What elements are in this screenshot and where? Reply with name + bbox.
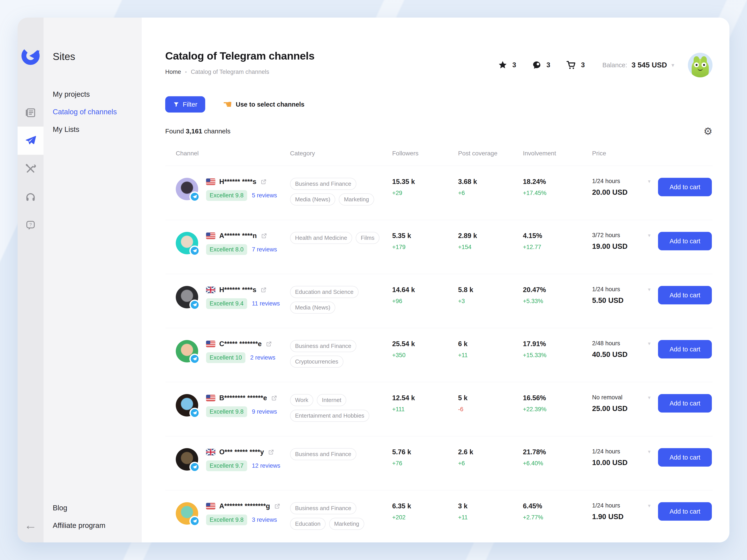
avatar-eye [694, 62, 699, 67]
action-cell: Add to cart [658, 286, 713, 328]
followers-value: 12.54 k [392, 394, 458, 402]
sidebar-item-blog[interactable]: Blog [53, 504, 142, 512]
reviews-link[interactable]: 11 reviews [252, 300, 280, 307]
reviews-link[interactable]: 7 reviews [252, 246, 277, 253]
involvement-value: 21.78% [523, 448, 592, 456]
sidebar-item-tools[interactable] [18, 155, 44, 183]
channel-name[interactable]: A******* ********g [219, 502, 270, 510]
channel-name[interactable]: C***** *******e [219, 340, 262, 348]
app-window: ? ← Sites My projects Catalog of channel… [18, 18, 729, 542]
filter-button[interactable]: Filter [165, 96, 205, 112]
external-link-icon[interactable] [274, 503, 281, 509]
found-channels-text: Found 3,161 channels [165, 127, 230, 135]
main-content: Catalog of Telegram channels Home • Cata… [142, 18, 729, 542]
user-avatar[interactable] [688, 53, 713, 77]
add-to-cart-button[interactable]: Add to cart [658, 286, 712, 304]
channel-name[interactable]: A****** ****n [219, 232, 257, 240]
price-value: 5.50 USD [592, 296, 650, 305]
rating-badge: Excellent 8.0 [206, 244, 247, 255]
reviews-link[interactable]: 2 reviews [250, 354, 275, 361]
channel-avatar[interactable] [176, 448, 198, 470]
price-term-dropdown[interactable]: No removal ▾ [592, 394, 650, 401]
channel-avatar[interactable] [176, 232, 198, 254]
messages-counter[interactable]: 3 [532, 60, 550, 70]
gear-icon[interactable]: ⚙ [703, 126, 713, 136]
app-logo[interactable] [21, 46, 41, 66]
price-term-label: 3/72 hours [592, 232, 620, 239]
involvement-value: 18.24% [523, 178, 592, 186]
price-term-dropdown[interactable]: 2/48 hours ▾ [592, 340, 650, 347]
price-cell: 1/24 hours ▾ 10.00 USD [592, 448, 658, 490]
cart-counter[interactable]: 3 [566, 60, 585, 70]
external-link-icon[interactable] [261, 232, 267, 239]
add-to-cart-button[interactable]: Add to cart [658, 394, 712, 412]
channel-name[interactable]: B******** ******e [219, 394, 267, 402]
sidebar-item-catalog-of-channels[interactable]: Catalog of channels [53, 108, 142, 116]
action-cell: Add to cart [658, 448, 713, 490]
followers-value: 6.35 k [392, 502, 458, 510]
price-term-dropdown[interactable]: 1/24 hours ▾ [592, 178, 650, 185]
column-header-involvement: Involvement [523, 150, 592, 157]
external-link-icon[interactable] [266, 341, 272, 347]
rail-menu: ? [18, 99, 44, 239]
price-term-dropdown[interactable]: 3/72 hours ▾ [592, 232, 650, 239]
balance-label: Balance: [602, 61, 627, 69]
price-value: 19.00 USD [592, 242, 650, 251]
avatar-ear [694, 56, 699, 63]
sidebar-item-help[interactable]: ? [18, 211, 44, 239]
add-to-cart-button[interactable]: Add to cart [658, 232, 712, 250]
favorites-counter[interactable]: 3 [498, 60, 516, 70]
channel-name[interactable]: H****** ****s [219, 286, 256, 294]
involvement-delta: +22.39% [523, 406, 592, 413]
rating-badge: Excellent 9.7 [206, 460, 247, 471]
price-term-dropdown[interactable]: 1/24 hours ▾ [592, 286, 650, 293]
breadcrumb-home[interactable]: Home [165, 69, 181, 75]
reviews-link[interactable]: 12 reviews [252, 462, 280, 469]
add-to-cart-button[interactable]: Add to cart [658, 178, 712, 196]
external-link-icon[interactable] [260, 178, 267, 185]
channel-name[interactable]: H****** ****s [219, 178, 256, 186]
found-prefix: Found [165, 127, 184, 135]
sidebar-item-support[interactable] [18, 183, 44, 211]
sidebar-item-my-projects[interactable]: My projects [53, 90, 142, 99]
channel-avatar[interactable] [176, 340, 198, 362]
channel-cell: H****** ****s Excellent 9.8 5 reviews [176, 178, 290, 220]
price-term-label: 1/24 hours [592, 178, 620, 185]
sidebar-item-projects[interactable] [18, 99, 44, 127]
channel-avatar[interactable] [176, 286, 198, 308]
reviews-link[interactable]: 3 reviews [252, 516, 277, 523]
price-term-label: 2/48 hours [592, 340, 620, 347]
avatar-eye [701, 62, 706, 67]
messages-count: 3 [546, 61, 550, 69]
add-to-cart-button[interactable]: Add to cart [658, 448, 712, 466]
tools-icon [25, 163, 36, 174]
sidebar-item-my-lists[interactable]: My Lists [53, 125, 142, 134]
external-link-icon[interactable] [268, 449, 275, 455]
channel-avatar[interactable] [176, 394, 198, 416]
price-term-dropdown[interactable]: 1/24 hours ▾ [592, 502, 650, 509]
category-chips: WorkInternetEntertainment and Hobbies [290, 394, 392, 436]
category-chip: Work [290, 394, 313, 406]
reviews-link[interactable]: 9 reviews [252, 408, 277, 415]
sidebar-item-channels[interactable] [18, 127, 44, 155]
followers-cell: 15.35 k +29 [392, 178, 458, 220]
collapse-sidebar-button[interactable]: ← [18, 507, 44, 542]
add-to-cart-button[interactable]: Add to cart [658, 340, 712, 358]
telegram-badge-icon [189, 192, 200, 202]
channel-avatar[interactable] [176, 178, 198, 200]
add-to-cart-button[interactable]: Add to cart [658, 502, 712, 521]
logo-icon [21, 46, 40, 66]
channel-name[interactable]: O*** ***** ****y [219, 448, 264, 456]
price-term-label: No removal [592, 394, 622, 401]
price-cell: 3/72 hours ▾ 19.00 USD [592, 232, 658, 274]
external-link-icon[interactable] [271, 395, 278, 401]
channel-avatar[interactable] [176, 502, 198, 525]
balance-dropdown[interactable]: Balance: 3 545 USD ▾ [602, 61, 674, 69]
external-link-icon[interactable] [260, 287, 267, 293]
reviews-link[interactable]: 5 reviews [252, 192, 277, 199]
category-chip: Marketing [339, 194, 374, 205]
action-cell: Add to cart [658, 232, 713, 274]
post-coverage-cell: 5.8 k +3 [458, 286, 523, 328]
sidebar-item-affiliate-program[interactable]: Affiliate program [53, 521, 142, 530]
price-term-dropdown[interactable]: 1/24 hours ▾ [592, 448, 650, 455]
